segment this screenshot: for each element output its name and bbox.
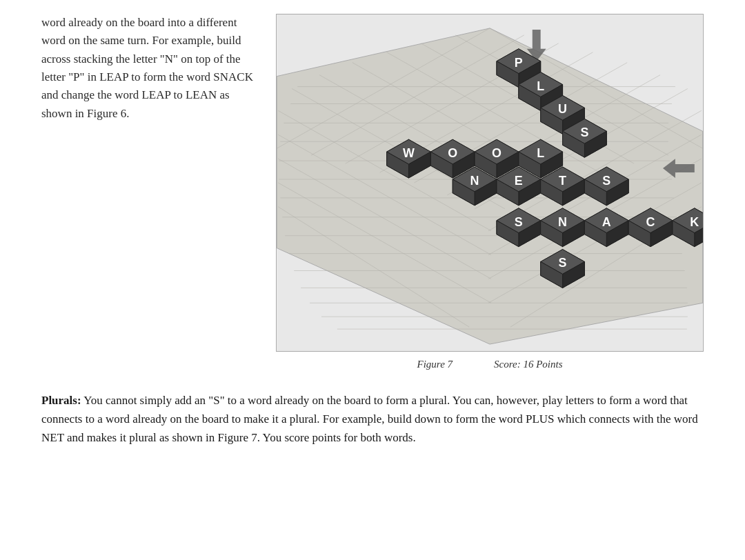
svg-text:A: A xyxy=(602,215,611,229)
left-text: word already on the board into a differe… xyxy=(41,14,255,370)
svg-text:S: S xyxy=(515,215,523,229)
svg-text:P: P xyxy=(515,56,523,70)
svg-text:E: E xyxy=(515,174,523,188)
svg-text:C: C xyxy=(646,215,655,229)
svg-text:T: T xyxy=(559,174,566,188)
svg-text:U: U xyxy=(558,102,567,116)
svg-text:W: W xyxy=(403,146,415,160)
board-illustration: P L xyxy=(276,14,704,352)
plurals-body: You cannot simply add an "S" to a word a… xyxy=(41,394,698,444)
svg-text:O: O xyxy=(492,146,501,160)
svg-text:S: S xyxy=(559,256,567,270)
svg-text:S: S xyxy=(602,174,610,188)
top-section: word already on the board into a differe… xyxy=(41,14,704,370)
figure-caption: Figure 7 Score: 16 Points xyxy=(417,359,563,370)
bottom-text: Plurals: You cannot simply add an "S" to… xyxy=(41,391,704,448)
svg-text:L: L xyxy=(537,146,544,160)
page-content: word already on the board into a differe… xyxy=(0,0,745,560)
svg-text:K: K xyxy=(690,215,699,229)
svg-text:N: N xyxy=(470,174,479,188)
plurals-label: Plurals: xyxy=(41,394,81,407)
figure-score: Score: 16 Points xyxy=(494,359,562,370)
svg-text:S: S xyxy=(580,126,588,139)
svg-text:O: O xyxy=(448,146,457,160)
figure-label: Figure 7 xyxy=(417,359,453,370)
svg-text:N: N xyxy=(558,215,567,229)
figure-section: P L xyxy=(276,14,704,370)
svg-text:L: L xyxy=(537,79,544,93)
board-svg: P L xyxy=(277,14,703,351)
